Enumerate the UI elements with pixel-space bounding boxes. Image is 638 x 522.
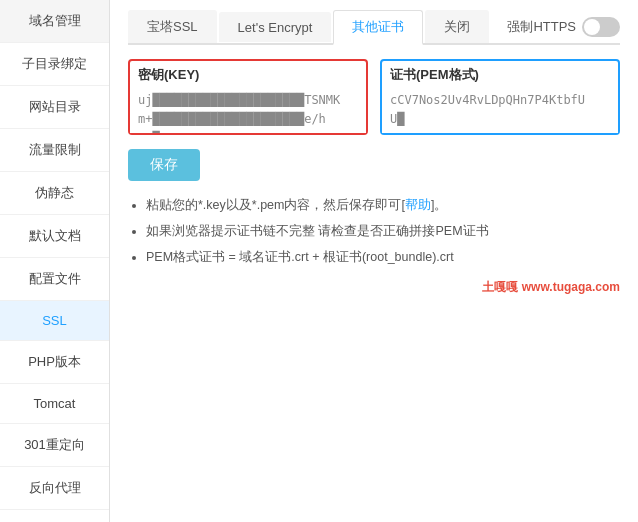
sidebar-item-301[interactable]: 301重定向 bbox=[0, 424, 109, 467]
info-text-1b: ]。 bbox=[431, 198, 447, 212]
sidebar-item-webdir[interactable]: 网站目录 bbox=[0, 86, 109, 129]
info-item-1: 粘贴您的*.key以及*.pem内容，然后保存即可[帮助]。 bbox=[146, 195, 620, 215]
cert-box: 证书(PEM格式) cCV7Nos2Uv4RvLDpQHn7P4KtbfU U█… bbox=[380, 59, 620, 135]
sidebar-item-ssl[interactable]: SSL bbox=[0, 301, 109, 341]
cert-textarea[interactable]: cCV7Nos2Uv4RvLDpQHn7P4KtbfU U█ 1 y1bddSb… bbox=[382, 87, 618, 133]
tab-close[interactable]: 关闭 bbox=[425, 10, 489, 43]
key-box: 密钥(KEY) uj█████████████████████TSNMK m+█… bbox=[128, 59, 368, 135]
info-item-2: 如果浏览器提示证书链不完整 请检查是否正确拼接PEM证书 bbox=[146, 221, 620, 241]
info-text-3: PEM格式证书 = 域名证书.crt + 根证书(root_bundle).cr… bbox=[146, 250, 454, 264]
sidebar-item-domain[interactable]: 域名管理 bbox=[0, 0, 109, 43]
help-link[interactable]: 帮助 bbox=[405, 198, 431, 212]
info-text-1a: 粘贴您的*.key以及*.pem内容，然后保存即可[ bbox=[146, 198, 405, 212]
watermark: 土嘎嘎 www.tugaga.com bbox=[128, 279, 620, 296]
save-button[interactable]: 保存 bbox=[128, 149, 200, 181]
tab-letsencrypt[interactable]: Let's Encrypt bbox=[219, 12, 332, 42]
sidebar-item-subdir[interactable]: 子目录绑定 bbox=[0, 43, 109, 86]
force-https-toggle[interactable] bbox=[582, 17, 620, 37]
sidebar-item-proxy[interactable]: 反向代理 bbox=[0, 467, 109, 510]
info-text-2: 如果浏览器提示证书链不完整 请检查是否正确拼接PEM证书 bbox=[146, 224, 489, 238]
sidebar-item-tomcat[interactable]: Tomcat bbox=[0, 384, 109, 424]
sidebar-item-traffic[interactable]: 流量限制 bbox=[0, 129, 109, 172]
force-https-control: 强制HTTPS bbox=[507, 17, 620, 37]
key-box-label: 密钥(KEY) bbox=[130, 61, 366, 87]
sidebar-item-php[interactable]: PHP版本 bbox=[0, 341, 109, 384]
sidebar-item-default-doc[interactable]: 默认文档 bbox=[0, 215, 109, 258]
toggle-knob bbox=[584, 19, 600, 35]
sidebar: 域名管理 子目录绑定 网站目录 流量限制 伪静态 默认文档 配置文件 SSL P… bbox=[0, 0, 110, 522]
tab-other-cert[interactable]: 其他证书 bbox=[333, 10, 423, 45]
key-textarea[interactable]: uj█████████████████████TSNMK m+█████████… bbox=[130, 87, 366, 133]
cert-box-label: 证书(PEM格式) bbox=[382, 61, 618, 87]
sidebar-item-hotlink[interactable]: 防盗链 bbox=[0, 510, 109, 522]
tab-baota-ssl[interactable]: 宝塔SSL bbox=[128, 10, 217, 43]
info-list: 粘贴您的*.key以及*.pem内容，然后保存即可[帮助]。 如果浏览器提示证书… bbox=[128, 195, 620, 267]
force-https-label: 强制HTTPS bbox=[507, 18, 576, 36]
main-content: 宝塔SSL Let's Encrypt 其他证书 关闭 强制HTTPS 密钥(K… bbox=[110, 0, 638, 522]
cert-input-row: 密钥(KEY) uj█████████████████████TSNMK m+█… bbox=[128, 59, 620, 135]
info-item-3: PEM格式证书 = 域名证书.crt + 根证书(root_bundle).cr… bbox=[146, 247, 620, 267]
tab-bar: 宝塔SSL Let's Encrypt 其他证书 关闭 强制HTTPS bbox=[128, 10, 620, 45]
sidebar-item-rewrite[interactable]: 伪静态 bbox=[0, 172, 109, 215]
sidebar-item-config[interactable]: 配置文件 bbox=[0, 258, 109, 301]
